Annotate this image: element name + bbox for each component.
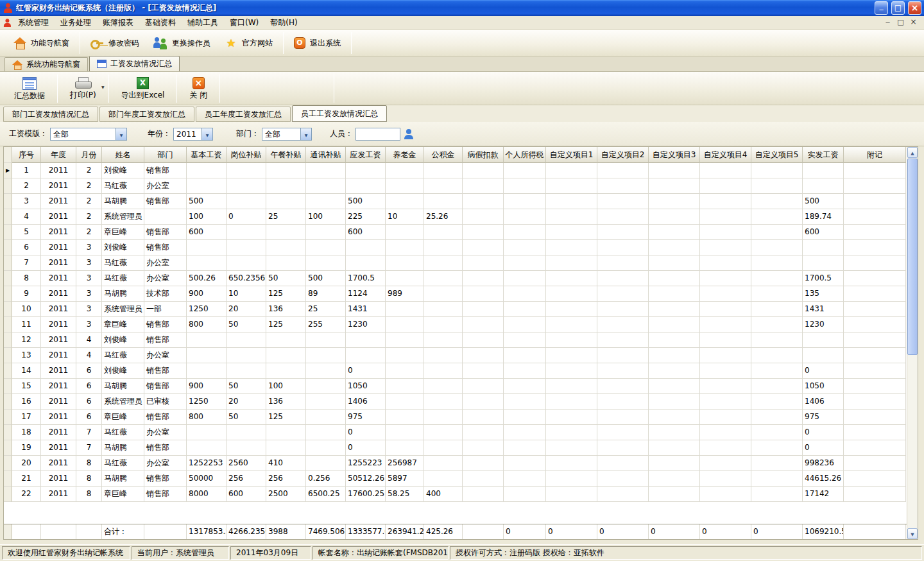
table-row[interactable]: 220112马红薇办公室 (4, 178, 907, 194)
table-row[interactable]: 920113马胡腾技术部90010125891124989135 (4, 286, 907, 302)
row-selector[interactable] (4, 471, 12, 487)
row-selector[interactable] (4, 456, 12, 471)
row-selector[interactable] (4, 440, 12, 456)
row-selector[interactable] (4, 379, 12, 394)
row-selector[interactable] (4, 286, 12, 302)
template-filter-combo[interactable]: 全部 (50, 128, 127, 141)
column-header-4[interactable]: 姓名 (102, 147, 144, 163)
doc-tab-2[interactable]: 工资发放情况汇总 (89, 56, 180, 71)
table-row[interactable]: 1820117马红薇办公室00 (4, 425, 907, 440)
row-selector[interactable] (4, 271, 12, 286)
row-selector[interactable] (4, 487, 12, 502)
row-selector[interactable] (4, 255, 12, 271)
person-input[interactable] (355, 128, 400, 141)
column-header-14[interactable]: 个人所得税 (504, 147, 546, 163)
row-selector[interactable] (4, 394, 12, 410)
table-row[interactable]: 620113刘俊峰销售部 (4, 240, 907, 255)
chevron-down-icon[interactable] (201, 128, 212, 140)
column-header-21[interactable]: 附记 (844, 147, 906, 163)
scroll-down-icon[interactable] (907, 528, 918, 539)
report-tab-1[interactable]: 部门工资发放情况汇总 (3, 107, 98, 122)
row-selector[interactable] (4, 178, 12, 194)
table-row[interactable]: 1920117马胡腾销售部00 (4, 440, 907, 456)
column-header-18[interactable]: 自定义项目4 (700, 147, 751, 163)
menu-item-2[interactable]: 业务处理 (55, 16, 97, 30)
switch-operator-button[interactable]: 更换操作员 (146, 33, 218, 53)
row-selector[interactable] (4, 332, 12, 348)
row-selector[interactable] (4, 163, 12, 178)
vertical-scrollbar[interactable] (907, 147, 918, 539)
report-tab-4[interactable]: 员工工资发放情况汇总 (292, 105, 387, 122)
row-selector[interactable] (4, 425, 12, 440)
menu-item-4[interactable]: 基础资料 (139, 16, 182, 30)
mdi-minimize-button[interactable] (882, 18, 893, 28)
mdi-close-button[interactable] (908, 18, 919, 28)
doc-tab-1[interactable]: 系统功能导航窗 (4, 57, 88, 71)
menu-item-7[interactable]: 帮助(H) (264, 16, 303, 30)
row-selector[interactable] (4, 240, 12, 255)
export-excel-button[interactable]: 导出到Excel (112, 73, 174, 104)
dept-filter-combo[interactable]: 全部 (262, 128, 312, 141)
column-header-11[interactable]: 养老金 (386, 147, 424, 163)
table-row[interactable]: 2120118马胡腾销售部500002562560.25650512.26589… (4, 471, 907, 487)
year-filter-combo[interactable]: 2011 (173, 128, 213, 141)
nav-window-button[interactable]: 功能导航窗 (6, 33, 76, 53)
column-header-6[interactable]: 基本工资 (187, 147, 227, 163)
table-row[interactable]: 820113马红薇办公室500.26650.2356505001700.5170… (4, 271, 907, 286)
scrollbar-thumb[interactable] (907, 159, 918, 355)
column-header-8[interactable]: 午餐补贴 (266, 147, 306, 163)
table-row[interactable]: 2020118马红薇办公室125225325604101255223256987… (4, 456, 907, 471)
row-selector[interactable] (4, 194, 12, 209)
row-selector[interactable] (4, 225, 12, 240)
table-row[interactable]: 1720116章巨峰销售部80050125975975 (4, 410, 907, 425)
menu-item-3[interactable]: 账簿报表 (97, 16, 139, 30)
table-row[interactable]: 320112马胡腾销售部500500500 (4, 194, 907, 209)
row-selector[interactable] (4, 410, 12, 425)
table-row[interactable]: 520112章巨峰销售部600600600 (4, 225, 907, 240)
menu-item-5[interactable]: 辅助工具 (182, 16, 224, 30)
exit-system-button[interactable]: 退出系统 (287, 33, 348, 53)
table-row[interactable]: 1420116刘俊峰销售部00 (4, 363, 907, 379)
table-row[interactable]: 120112刘俊峰销售部 (4, 163, 907, 178)
column-header-9[interactable]: 通讯补贴 (306, 147, 346, 163)
column-header-1[interactable]: 序号 (12, 147, 41, 163)
column-header-5[interactable]: 部门 (144, 147, 187, 163)
summarize-data-button[interactable]: 汇总数据 (5, 73, 54, 104)
column-header-3[interactable]: 月份 (76, 147, 102, 163)
column-header-10[interactable]: 应发工资 (346, 147, 386, 163)
restore-button[interactable] (891, 1, 905, 15)
row-selector[interactable] (4, 363, 12, 379)
report-tab-3[interactable]: 员工年度工资发放汇总 (196, 107, 291, 122)
mdi-restore-button[interactable] (895, 18, 906, 28)
column-header-20[interactable]: 实发工资 (803, 147, 844, 163)
table-row[interactable]: 1220114刘俊峰销售部 (4, 332, 907, 348)
table-row[interactable]: 1120113章巨峰销售部8005012525512301230 (4, 317, 907, 332)
official-site-button[interactable]: 官方网站 (218, 33, 280, 53)
column-header-15[interactable]: 自定义项目1 (546, 147, 597, 163)
table-row[interactable]: 2220118章巨峰销售部800060025006500.2517600.255… (4, 487, 907, 502)
scroll-up-icon[interactable] (907, 147, 918, 158)
chevron-down-icon[interactable] (300, 128, 311, 140)
column-header-13[interactable]: 病假扣款 (463, 147, 504, 163)
table-row[interactable]: 720113马红薇办公室 (4, 255, 907, 271)
menu-item-1[interactable]: 系统管理 (12, 16, 55, 30)
column-header-12[interactable]: 公积金 (424, 147, 463, 163)
row-selector[interactable] (4, 348, 12, 363)
table-row[interactable]: 1320114马红薇办公室 (4, 348, 907, 363)
menu-item-6[interactable]: 窗口(W) (224, 16, 264, 30)
dropdown-arrow-icon[interactable] (101, 82, 105, 91)
row-selector[interactable] (4, 302, 12, 317)
print-button[interactable]: 打印(P) (61, 73, 105, 104)
row-selector[interactable] (4, 209, 12, 225)
column-header-7[interactable]: 岗位补贴 (227, 147, 266, 163)
chevron-down-icon[interactable] (116, 128, 126, 140)
close-button[interactable] (908, 1, 921, 15)
column-header-19[interactable]: 自定义项目5 (751, 147, 803, 163)
table-row[interactable]: 1520116马胡腾销售部9005010010501050 (4, 379, 907, 394)
row-selector[interactable] (4, 317, 12, 332)
table-row[interactable]: 1620116系统管理员已审核12502013614061406 (4, 394, 907, 410)
table-row[interactable]: 1020113系统管理员一部1250201362514311431 (4, 302, 907, 317)
minimize-button[interactable] (875, 1, 888, 15)
report-tab-2[interactable]: 部门年度工资发放汇总 (99, 107, 194, 122)
column-header-2[interactable]: 年度 (41, 147, 76, 163)
